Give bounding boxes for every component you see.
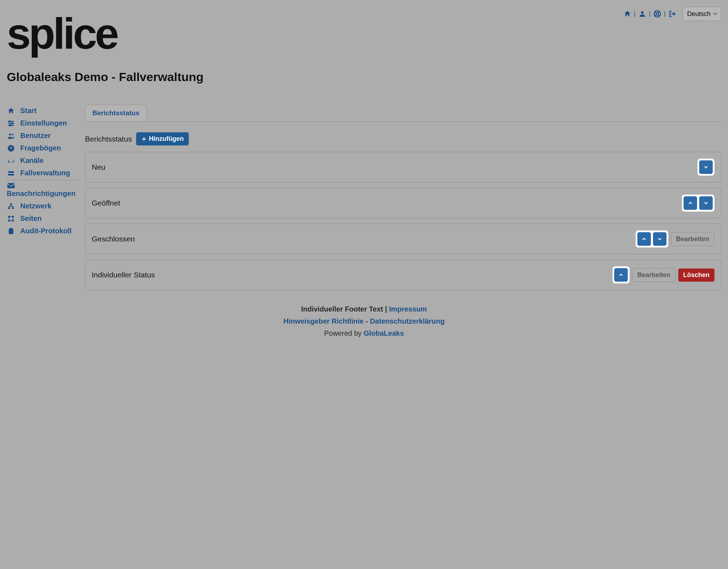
tab-label: Berichtsstatus xyxy=(92,109,139,117)
sidebar-item-users[interactable]: Benutzer xyxy=(7,129,78,142)
status-row: Individueller Status Bearbeiten Löschen xyxy=(85,260,721,290)
sidebar-item-label: Benutzer xyxy=(20,132,51,140)
mail-icon xyxy=(7,182,15,189)
footer-custom-text: Individueller Footer Text xyxy=(301,305,383,313)
reorder-controls xyxy=(612,266,630,283)
sidebar-item-pages[interactable]: Seiten xyxy=(7,212,78,225)
home-icon xyxy=(7,107,15,115)
footer-link-globaleaks[interactable]: GlobaLeaks xyxy=(364,329,404,337)
svg-point-18 xyxy=(12,216,14,218)
sidebar-item-label: Benachrichtigungen xyxy=(7,190,75,198)
svg-point-6 xyxy=(10,124,11,126)
sidebar: Start Einstellungen Benutzer ? Frageböge… xyxy=(7,105,78,290)
svg-text:splice: splice xyxy=(7,10,118,58)
delete-button[interactable]: Löschen xyxy=(678,268,714,282)
status-label: Individueller Status xyxy=(92,271,155,279)
move-up-button[interactable] xyxy=(614,268,628,282)
sidebar-item-audit[interactable]: Audit-Protokoll xyxy=(7,225,78,237)
add-status-button[interactable]: Hinzufügen xyxy=(136,132,189,145)
section-title: Berichtsstatus xyxy=(85,135,132,143)
tab-report-status[interactable]: Berichtsstatus xyxy=(85,105,147,121)
move-down-button[interactable] xyxy=(699,196,713,210)
users-icon xyxy=(7,132,15,140)
svg-rect-13 xyxy=(7,183,15,188)
sitemap-icon xyxy=(7,215,15,223)
svg-rect-22 xyxy=(10,228,12,229)
sidebar-item-home[interactable]: Start xyxy=(7,105,78,117)
svg-point-17 xyxy=(8,216,10,218)
sidebar-item-channels[interactable]: Kanäle xyxy=(7,154,78,167)
svg-rect-16 xyxy=(12,207,14,209)
footer-powered-by: Powered by xyxy=(324,329,362,337)
svg-point-19 xyxy=(8,219,10,222)
footer-link-privacy[interactable]: Datenschutzerklärung xyxy=(370,317,445,325)
sidebar-item-label: Einstellungen xyxy=(20,119,67,127)
sidebar-item-notifications[interactable]: Benachrichtigungen xyxy=(7,180,78,200)
move-up-button[interactable] xyxy=(637,232,651,246)
sidebar-item-questionnaires[interactable]: ? Fragebögen xyxy=(7,142,78,154)
main-content: Berichtsstatus Berichtsstatus Hinzufügen… xyxy=(85,105,721,290)
svg-rect-15 xyxy=(8,207,10,209)
status-row: Geschlossen Bearbeiten xyxy=(85,224,721,254)
svg-rect-11 xyxy=(8,171,14,173)
separator: | xyxy=(664,11,665,17)
footer-link-imprint[interactable]: Impressum xyxy=(389,305,427,313)
status-label: Neu xyxy=(92,163,106,171)
edit-button[interactable]: Bearbeiten xyxy=(671,232,714,246)
page-title: Globaleaks Demo - Fallverwaltung xyxy=(7,70,721,84)
sidebar-item-settings[interactable]: Einstellungen xyxy=(7,117,78,129)
reorder-controls xyxy=(697,159,714,176)
top-toolbar: | | | Deutsch xyxy=(623,7,721,21)
user-icon[interactable] xyxy=(638,9,647,18)
sidebar-item-label: Audit-Protokoll xyxy=(20,227,71,235)
svg-point-1 xyxy=(641,11,643,14)
svg-rect-21 xyxy=(9,228,14,234)
svg-point-3 xyxy=(656,13,658,15)
svg-point-5 xyxy=(12,123,13,124)
help-icon[interactable] xyxy=(653,9,662,18)
svg-rect-14 xyxy=(10,203,12,205)
sidebar-item-label: Fragebögen xyxy=(20,144,61,152)
footer-link-whistleblower[interactable]: Hinweisgeber Richtlinie xyxy=(283,317,364,325)
sidebar-item-label: Start xyxy=(20,107,37,115)
logo: splice xyxy=(7,7,135,63)
svg-rect-12 xyxy=(8,174,14,175)
status-row: Neu xyxy=(85,152,721,182)
separator: | xyxy=(634,11,636,17)
logout-icon[interactable] xyxy=(668,9,677,18)
edit-button[interactable]: Bearbeiten xyxy=(632,268,676,282)
status-label: Geöffnet xyxy=(92,199,120,207)
status-row: Geöffnet xyxy=(85,188,721,218)
question-icon: ? xyxy=(7,144,15,152)
move-down-button[interactable] xyxy=(699,160,713,174)
footer: Individueller Footer Text | Impressum Hi… xyxy=(7,303,721,339)
svg-point-8 xyxy=(12,134,14,135)
sidebar-item-label: Netzwerk xyxy=(20,202,52,210)
separator: | xyxy=(649,11,651,17)
sidebar-item-label: Kanäle xyxy=(20,156,44,165)
case-icon xyxy=(7,169,15,177)
add-button-label: Hinzufügen xyxy=(149,135,184,143)
network-icon xyxy=(7,202,15,210)
sidebar-item-label: Seiten xyxy=(20,214,42,223)
clipboard-icon xyxy=(7,227,15,235)
sidebar-item-case-management[interactable]: Fallverwaltung xyxy=(7,167,78,180)
svg-point-20 xyxy=(12,219,14,222)
move-down-button[interactable] xyxy=(653,232,667,246)
move-up-button[interactable] xyxy=(684,196,697,210)
svg-point-7 xyxy=(9,133,11,135)
svg-text:?: ? xyxy=(10,145,12,151)
sliders-icon xyxy=(7,119,15,127)
reorder-controls xyxy=(636,230,668,248)
svg-point-4 xyxy=(9,121,11,122)
language-select[interactable]: Deutsch xyxy=(682,7,721,21)
reorder-controls xyxy=(682,195,714,212)
sidebar-item-label: Fallverwaltung xyxy=(20,169,70,177)
home-icon[interactable] xyxy=(623,9,632,18)
status-label: Geschlossen xyxy=(92,235,135,243)
sidebar-item-network[interactable]: Netzwerk xyxy=(7,200,78,212)
inbox-icon xyxy=(7,157,15,165)
